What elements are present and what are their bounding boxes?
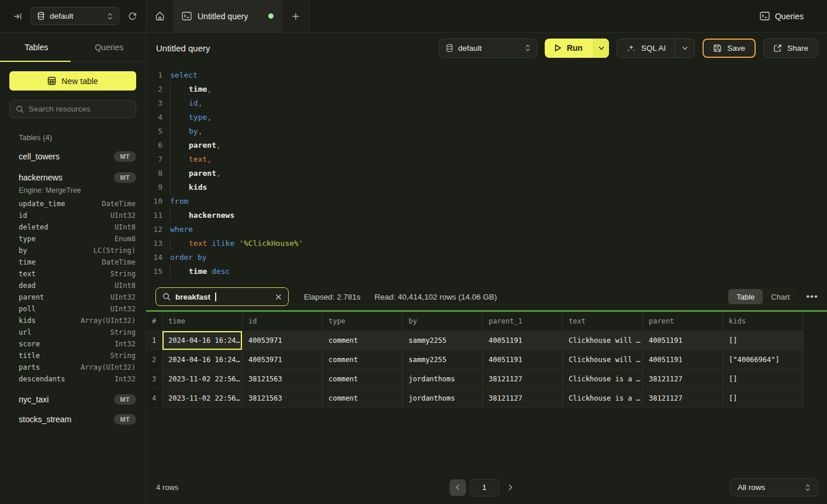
sidebar-item-hackernews[interactable]: hackernews MT bbox=[9, 171, 136, 184]
table-cell[interactable]: 38121563 bbox=[243, 370, 323, 388]
prev-page-button[interactable] bbox=[449, 479, 466, 496]
home-tab[interactable] bbox=[146, 0, 174, 32]
database-selector-top[interactable]: default bbox=[30, 7, 119, 25]
run-options-button[interactable] bbox=[593, 39, 609, 58]
page-size-select[interactable]: All rows bbox=[730, 478, 818, 496]
column-name: score bbox=[19, 340, 40, 348]
table-cell[interactable]: sammy2255 bbox=[403, 331, 483, 350]
table-row[interactable]: 42023-11-02 22:56…38121563commentjordant… bbox=[146, 389, 804, 408]
save-button[interactable]: Save bbox=[703, 39, 756, 58]
share-button[interactable]: Share bbox=[763, 39, 818, 58]
table-cell[interactable]: 40051191 bbox=[483, 331, 563, 350]
toggle-chart[interactable]: Chart bbox=[763, 289, 798, 304]
table-grid-icon bbox=[47, 77, 56, 85]
column-name: parts bbox=[19, 363, 40, 371]
new-table-button[interactable]: New table bbox=[9, 71, 136, 91]
sidebar-tab-queries[interactable]: Queries bbox=[73, 33, 146, 61]
table-cell[interactable]: 40051191 bbox=[483, 350, 563, 369]
sql-ai-label: SQL AI bbox=[641, 44, 666, 53]
table-cell[interactable]: comment bbox=[323, 331, 403, 350]
table-cell[interactable]: 40053971 bbox=[243, 350, 323, 369]
table-cell[interactable]: Clickhouse is a … bbox=[563, 389, 643, 408]
table-cell[interactable]: jordanthoms bbox=[403, 389, 483, 408]
column-header[interactable]: by bbox=[403, 312, 483, 331]
column-header[interactable]: id bbox=[243, 312, 323, 331]
results-search-input[interactable]: breakfast bbox=[155, 287, 289, 306]
run-button[interactable]: Run bbox=[545, 39, 593, 58]
table-cell[interactable]: 38121127 bbox=[643, 389, 723, 408]
home-icon bbox=[155, 11, 165, 21]
elapsed-stat: Elapsed: 2.781s bbox=[304, 293, 361, 301]
column-header[interactable]: type bbox=[323, 312, 403, 331]
table-cell[interactable]: Clickhouse will … bbox=[563, 350, 643, 369]
table-cell[interactable]: 38121127 bbox=[483, 370, 563, 388]
tab-untitled-query[interactable]: Untitled query bbox=[174, 0, 282, 32]
queries-button[interactable]: Queries bbox=[748, 0, 827, 32]
column-type: LC(String) bbox=[94, 246, 136, 255]
new-tab-button[interactable] bbox=[282, 0, 309, 32]
table-cell[interactable]: comment bbox=[323, 370, 403, 388]
sidebar-item-stocks-stream[interactable]: stocks_stream MT bbox=[9, 413, 136, 426]
editor-line: 10 from bbox=[146, 194, 827, 208]
sql-ai-button[interactable]: SQL AI bbox=[617, 39, 675, 57]
table-row[interactable]: 32023-11-02 22:56…38121563commentjordant… bbox=[146, 370, 804, 389]
table-cell[interactable]: [] bbox=[723, 370, 803, 388]
column-name: id bbox=[19, 211, 27, 220]
sidebar-tab-tables[interactable]: Tables bbox=[0, 33, 73, 61]
column-header[interactable]: parent bbox=[643, 312, 723, 331]
table-cell[interactable]: Clickhouse will … bbox=[563, 331, 643, 350]
column-header[interactable]: text bbox=[563, 312, 643, 331]
refresh-icon[interactable] bbox=[127, 11, 137, 21]
query-actions: default Run bbox=[439, 39, 818, 58]
column-header[interactable]: kids bbox=[723, 312, 803, 331]
page-number-input[interactable]: 1 bbox=[470, 479, 499, 496]
view-toggle: Table Chart bbox=[727, 288, 799, 305]
table-name: stocks_stream bbox=[19, 415, 114, 424]
line-code: where bbox=[170, 222, 193, 236]
table-cell[interactable]: ["40066964"] bbox=[723, 350, 803, 369]
line-number: 9 bbox=[146, 183, 162, 192]
table-cell[interactable]: sammy2255 bbox=[403, 350, 483, 369]
table-cell[interactable]: 2024-04-16 16:24… bbox=[162, 350, 243, 369]
play-icon bbox=[554, 44, 562, 52]
table-cell[interactable]: comment bbox=[323, 350, 403, 369]
table-cell[interactable]: 40053971 bbox=[243, 331, 323, 350]
sql-editor[interactable]: 1 select 2 time, 3 id, 4 type, 5 by, 6 p… bbox=[146, 63, 827, 283]
table-cell[interactable]: [] bbox=[723, 389, 803, 408]
table-cell[interactable]: 2024-04-16 16:24… bbox=[162, 331, 243, 350]
table-cell[interactable]: comment bbox=[323, 389, 403, 408]
column-header[interactable]: time bbox=[162, 312, 243, 331]
table-row[interactable]: 12024-04-16 16:24…40053971commentsammy22… bbox=[146, 331, 804, 350]
column-header[interactable]: parent_1 bbox=[483, 312, 563, 331]
table-cell[interactable]: 38121127 bbox=[483, 389, 563, 408]
table-cell[interactable]: 38121563 bbox=[243, 389, 323, 408]
toggle-table[interactable]: Table bbox=[728, 289, 763, 304]
table-cell[interactable]: 40051191 bbox=[643, 350, 723, 369]
table-cell[interactable]: 2023-11-02 22:56… bbox=[162, 370, 243, 388]
column-name: by bbox=[19, 246, 27, 255]
sidebar-item-cell-towers[interactable]: cell_towers MT bbox=[9, 150, 136, 163]
collapse-sidebar-icon[interactable] bbox=[13, 12, 22, 21]
column-name: poll bbox=[19, 305, 36, 313]
column-name: deleted bbox=[19, 223, 49, 231]
database-selector[interactable]: default bbox=[439, 39, 537, 58]
more-options-icon[interactable]: ••• bbox=[806, 291, 818, 303]
line-code: type, bbox=[170, 110, 212, 124]
engine-label: Engine: MergeTree bbox=[19, 186, 146, 194]
column-row: poll UInt32 bbox=[0, 303, 146, 315]
sidebar-item-nyc-taxi[interactable]: nyc_taxi MT bbox=[9, 393, 136, 406]
line-code: time, bbox=[170, 82, 212, 96]
sql-ai-options-button[interactable] bbox=[675, 39, 694, 57]
table-cell[interactable]: Clickhouse is a … bbox=[563, 370, 643, 388]
search-resources-input[interactable] bbox=[29, 105, 130, 113]
table-cell[interactable]: [] bbox=[723, 331, 803, 350]
next-page-button[interactable] bbox=[503, 479, 517, 496]
line-number: 7 bbox=[146, 155, 162, 164]
engine-badge: MT bbox=[114, 151, 136, 162]
table-cell[interactable]: 38121127 bbox=[643, 370, 723, 388]
clear-search-icon[interactable] bbox=[275, 294, 282, 300]
table-cell[interactable]: jordanthoms bbox=[403, 370, 483, 388]
table-cell[interactable]: 2023-11-02 22:56… bbox=[162, 389, 243, 408]
table-cell[interactable]: 40051191 bbox=[643, 331, 723, 350]
table-row[interactable]: 22024-04-16 16:24…40053971commentsammy22… bbox=[146, 350, 804, 370]
